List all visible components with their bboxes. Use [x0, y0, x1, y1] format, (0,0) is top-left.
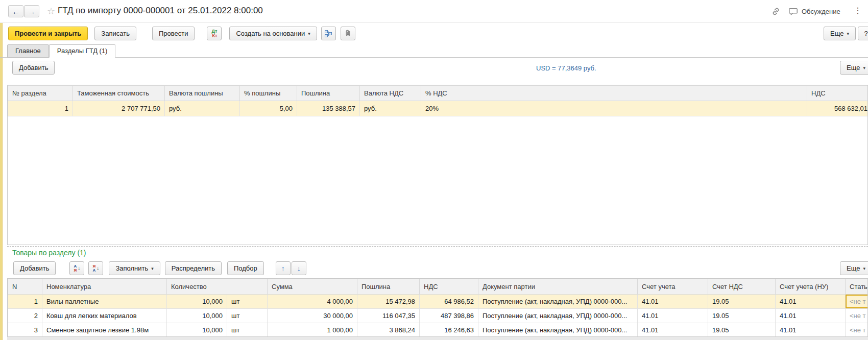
cell-batch-doc[interactable]: Поступление (акт, накладная, УПД) 0000-0…	[478, 323, 638, 337]
cell-vat-account[interactable]: 19.05	[708, 309, 776, 323]
column-header-quantity: Количество	[167, 279, 268, 295]
goods-more-button[interactable]: Еще ▾	[840, 261, 868, 275]
cell-expense-item[interactable]: <не т	[846, 323, 868, 337]
cell-n[interactable]: 3	[8, 323, 42, 337]
cell-nomenclature[interactable]: Ковш для легких материалов	[42, 309, 167, 323]
cell-duty[interactable]: 135 388,57	[297, 101, 360, 116]
cell-vat-percent[interactable]: 20%	[421, 101, 807, 116]
column-header-vat-currency: Валюта НДС	[360, 86, 421, 101]
title-bar: ← → ☆ ГТД по импорту 0000-000001 от 25.0…	[0, 0, 868, 23]
cell-duty-percent[interactable]: 5,00	[240, 101, 297, 116]
cell-vat[interactable]: 487 398,86	[420, 309, 478, 323]
cell-unit[interactable]: шт	[227, 323, 268, 337]
move-up-button[interactable]: ↑	[276, 261, 291, 275]
distribute-button[interactable]: Распределить	[165, 261, 222, 275]
section-splitter[interactable]	[7, 246, 868, 247]
cell-tax-account[interactable]: 41.01	[776, 309, 846, 323]
cell-nomenclature[interactable]: Сменное защитное лезвие 1.98м	[42, 323, 167, 337]
cell-duty-currency[interactable]: руб.	[165, 101, 240, 116]
column-header-tax-account: Счет учета (НУ)	[776, 279, 846, 295]
cell-unit[interactable]: шт	[227, 309, 268, 323]
gtd-import-document-window: ← → ☆ ГТД по импорту 0000-000001 от 25.0…	[0, 0, 868, 340]
goods-table: N Номенклатура Количество Сумма Пошлина …	[7, 278, 868, 340]
pick-button[interactable]: Подбор	[227, 261, 264, 275]
tab-main[interactable]: Главное	[7, 44, 49, 58]
column-header-batch-doc: Документ партии	[478, 279, 638, 295]
cell-vat[interactable]: 16 246,63	[420, 323, 478, 337]
horizontal-scrollbar[interactable]	[7, 336, 868, 340]
dt-kt-postings-button[interactable]: Дт Кт	[207, 27, 222, 40]
column-header-duty: Пошлина	[297, 86, 360, 101]
goods-header-row: N Номенклатура Количество Сумма Пошлина …	[8, 279, 868, 295]
cell-account[interactable]: 41.01	[638, 295, 708, 309]
column-header-section-num: № раздела	[8, 86, 73, 101]
cell-n[interactable]: 2	[8, 309, 42, 323]
cell-unit[interactable]: шт	[227, 295, 268, 309]
column-header-vat-percent: % НДС	[421, 86, 807, 101]
post-button[interactable]: Провести	[152, 27, 195, 40]
cell-sum[interactable]: 30 000,00	[268, 309, 357, 323]
sort-az-icon: А Я	[74, 264, 77, 273]
column-header-customs-value: Таможенная стоимость	[73, 86, 165, 101]
cell-vat-account[interactable]: 19.05	[708, 323, 776, 337]
column-header-nomenclature: Номенклатура	[42, 279, 167, 295]
cell-n[interactable]: 1	[8, 295, 42, 309]
dropdown-caret-icon: ▾	[847, 31, 849, 36]
cell-vat[interactable]: 64 986,52	[420, 295, 478, 309]
cell-quantity[interactable]: 10,000	[167, 309, 227, 323]
sections-more-button[interactable]: Еще ▾	[840, 61, 868, 75]
forward-button[interactable]: →	[24, 5, 39, 17]
dropdown-caret-icon: ▾	[151, 266, 154, 271]
attachments-button[interactable]	[341, 27, 355, 40]
cell-nomenclature[interactable]: Вилы паллетные	[42, 295, 167, 309]
move-down-button[interactable]: ↓	[292, 261, 306, 275]
more-menu-dots-icon[interactable]: ⋮	[854, 6, 862, 15]
cell-expense-item[interactable]: <не т	[846, 295, 868, 309]
tab-gtd-sections[interactable]: Разделы ГТД (1)	[49, 44, 116, 58]
discussion-chat-icon[interactable]	[788, 7, 799, 16]
discussion-label[interactable]: Обсуждение	[802, 8, 840, 15]
cell-duty[interactable]: 15 472,98	[357, 295, 420, 309]
column-header-duty: Пошлина	[357, 279, 420, 295]
cell-sum[interactable]: 1 000,00	[268, 323, 357, 337]
cell-batch-doc[interactable]: Поступление (акт, накладная, УПД) 0000-0…	[478, 309, 638, 323]
sort-descending-button[interactable]: Я А ↓	[88, 261, 103, 275]
fill-button[interactable]: Заполнить ▾	[109, 261, 160, 275]
cell-quantity[interactable]: 10,000	[167, 323, 227, 337]
favorite-star-icon[interactable]: ☆	[47, 6, 55, 17]
post-and-close-button[interactable]: Провести и закрыть	[8, 27, 88, 40]
cell-sum[interactable]: 4 000,00	[268, 295, 357, 309]
back-icon: ←	[12, 7, 20, 16]
cell-vat-currency[interactable]: руб.	[360, 101, 421, 116]
help-button[interactable]: ?	[858, 27, 868, 40]
back-button[interactable]: ←	[8, 5, 23, 17]
sort-za-icon: Я А	[93, 264, 96, 273]
cell-tax-account[interactable]: 41.01	[776, 295, 846, 309]
cell-duty[interactable]: 3 868,24	[357, 323, 420, 337]
column-header-duty-percent: % пошлины	[240, 86, 297, 101]
cell-customs-value[interactable]: 2 707 771,50	[73, 101, 165, 116]
paperclip-icon	[344, 30, 352, 37]
form-more-button[interactable]: Еще ▾	[824, 27, 856, 40]
cell-vat[interactable]: 568 632,01	[807, 101, 868, 116]
cell-account[interactable]: 41.01	[638, 323, 708, 337]
sort-ascending-button[interactable]: А Я ↓	[69, 261, 84, 275]
cell-account[interactable]: 41.01	[638, 309, 708, 323]
cell-tax-account[interactable]: 41.01	[776, 323, 846, 337]
cell-duty[interactable]: 116 047,35	[357, 309, 420, 323]
cell-batch-doc[interactable]: Поступление (акт, накладная, УПД) 0000-0…	[478, 295, 638, 309]
goods-section-title: Товары по разделу (1)	[12, 249, 86, 257]
cell-quantity[interactable]: 10,000	[167, 295, 227, 309]
dropdown-caret-icon: ▾	[308, 31, 310, 36]
add-section-button[interactable]: Добавить	[12, 61, 55, 75]
save-button[interactable]: Записать	[94, 27, 136, 40]
create-on-basis-button[interactable]: Создать на основании ▾	[229, 27, 317, 40]
cell-expense-item[interactable]: <не т	[846, 309, 868, 323]
dropdown-caret-icon: ▾	[863, 266, 865, 271]
cell-section-num[interactable]: 1	[8, 101, 73, 116]
column-header-vat: НДС	[420, 279, 478, 295]
link-icon[interactable]	[771, 7, 781, 16]
add-goods-button[interactable]: Добавить	[13, 261, 56, 275]
related-documents-button[interactable]	[321, 27, 336, 40]
cell-vat-account[interactable]: 19.05	[708, 295, 776, 309]
